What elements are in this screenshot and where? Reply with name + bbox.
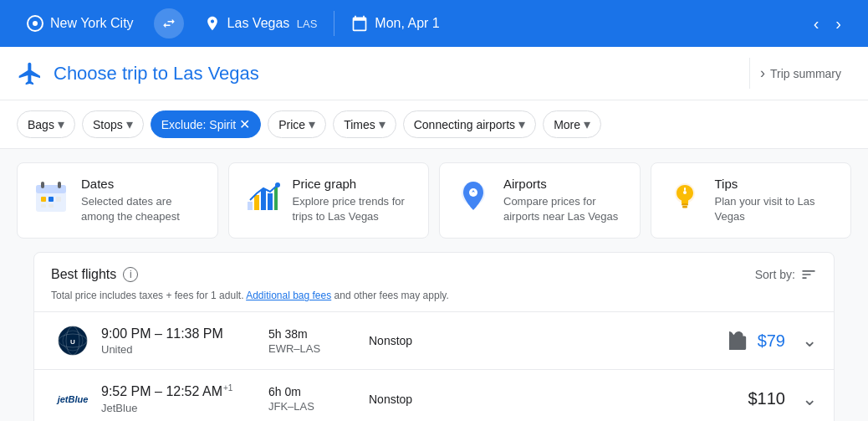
flight-time-range: 9:00 PM – 11:38 PM — [101, 326, 268, 341]
filter-bar: Bags ▾ Stops ▾ Exclude: Spirit ✕ Price ▾… — [0, 100, 868, 149]
airports-card-content: Airports Compare prices for airports nea… — [503, 177, 626, 224]
destination-field[interactable]: Las Vegas LAS — [191, 15, 331, 32]
swap-button[interactable] — [154, 8, 184, 39]
airports-card-title: Airports — [503, 177, 626, 191]
flight-airline: JetBlue — [101, 402, 268, 414]
jetblue-logo: jetBlue — [51, 394, 94, 404]
tips-card-title: Tips — [715, 177, 838, 191]
times-filter[interactable]: Times ▾ — [333, 110, 396, 138]
expand-button[interactable]: ⌄ — [802, 388, 817, 410]
expand-button[interactable]: ⌄ — [802, 330, 817, 352]
chevron-down-icon: ▾ — [584, 116, 590, 132]
svg-point-16 — [469, 188, 477, 197]
flight-price-section: $79 ⌄ — [729, 330, 817, 352]
sort-icon[interactable] — [800, 266, 817, 283]
svg-rect-13 — [274, 187, 278, 210]
connecting-airports-filter[interactable]: Connecting airports ▾ — [403, 110, 536, 138]
trip-summary-link[interactable]: › Trip summary — [749, 58, 851, 89]
date-field[interactable]: Mon, Apr 1 — [338, 15, 452, 32]
flight-times: 9:00 PM – 11:38 PM United — [101, 326, 268, 356]
chevron-down-icon: ▾ — [309, 116, 315, 132]
chevron-right-icon: › — [760, 64, 765, 82]
prev-arrow[interactable]: ‹ — [807, 11, 826, 37]
airports-card-desc: Compare prices for airports near Las Veg… — [503, 194, 626, 224]
close-icon[interactable]: ✕ — [239, 116, 250, 132]
svg-text:U: U — [70, 338, 75, 346]
bags-filter[interactable]: Bags ▾ — [17, 110, 75, 138]
svg-point-20 — [683, 191, 687, 194]
svg-rect-1 — [36, 185, 66, 193]
flight-row[interactable]: jetBlue 9:52 PM – 12:52 AM+1 JetBlue 6h … — [34, 369, 834, 421]
best-flights-header: Best flights i Sort by: — [34, 253, 834, 290]
more-filter[interactable]: More ▾ — [543, 110, 601, 138]
origin-text: New York City — [50, 16, 134, 31]
dates-card[interactable]: Dates Selected dates are among the cheap… — [17, 162, 218, 239]
flight-duration: 6h 0m JFK–LAS — [268, 385, 369, 413]
tips-card[interactable]: Tips Plan your visit to Las Vegas — [651, 162, 852, 239]
svg-rect-9 — [248, 202, 253, 210]
info-icon[interactable]: i — [123, 267, 138, 282]
flight-icon — [17, 60, 43, 87]
price-graph-card-desc: Explore price trends for trips to Las Ve… — [293, 194, 416, 224]
flight-airline: United — [101, 343, 268, 356]
next-arrow[interactable]: › — [829, 11, 848, 37]
page-title: Choose trip to Las Vegas — [54, 63, 259, 85]
price-graph-icon — [243, 177, 283, 217]
svg-rect-8 — [49, 204, 54, 208]
flight-price: $110 — [748, 389, 786, 408]
tips-card-content: Tips Plan your visit to Las Vegas — [715, 177, 838, 224]
exclude-spirit-filter[interactable]: Exclude: Spirit ✕ — [151, 110, 261, 138]
price-graph-card-content: Price graph Explore price trends for tri… — [293, 177, 416, 224]
chevron-down-icon: ▾ — [518, 116, 525, 132]
info-cards: Dates Selected dates are among the cheap… — [0, 149, 868, 252]
svg-rect-10 — [254, 195, 259, 210]
flight-route: EWR–LAS — [268, 342, 369, 355]
search-bar: New York City Las Vegas LAS Mon, Apr 1 — [13, 8, 800, 39]
svg-rect-3 — [58, 182, 61, 188]
stops-filter[interactable]: Stops ▾ — [82, 110, 144, 138]
flight-stops: Nonstop — [369, 334, 469, 347]
flight-time-range: 9:52 PM – 12:52 AM+1 — [101, 383, 268, 399]
tips-card-desc: Plan your visit to Las Vegas — [715, 194, 838, 224]
destination-text: Las Vegas LAS — [227, 16, 318, 31]
origin-field[interactable]: New York City — [13, 15, 147, 32]
united-logo: U — [51, 326, 94, 356]
airports-icon — [453, 177, 493, 217]
airports-card[interactable]: Airports Compare prices for airports nea… — [439, 162, 641, 239]
flight-times: 9:52 PM – 12:52 AM+1 JetBlue — [101, 383, 268, 413]
price-graph-card[interactable]: Price graph Explore price trends for tri… — [228, 162, 430, 239]
header: New York City Las Vegas LAS Mon, Apr 1 ‹ — [0, 0, 868, 47]
flight-route: JFK–LAS — [268, 400, 369, 413]
sub-header-left: Choose trip to Las Vegas — [17, 60, 749, 87]
svg-rect-4 — [41, 197, 46, 202]
chevron-down-icon: ▾ — [126, 116, 133, 132]
sub-header: Choose trip to Las Vegas › Trip summary — [0, 47, 868, 100]
svg-rect-2 — [41, 182, 44, 188]
chevron-down-icon: ▾ — [379, 116, 385, 132]
calendar-icon — [351, 15, 368, 32]
price-graph-card-title: Price graph — [293, 177, 416, 191]
flight-row[interactable]: U 9:00 PM – 11:38 PM United 5h 38m EWR–L… — [34, 311, 834, 369]
sort-by: Sort by: — [755, 266, 817, 283]
flight-duration: 5h 38m EWR–LAS — [268, 327, 369, 355]
dates-card-title: Dates — [81, 177, 204, 191]
dates-card-content: Dates Selected dates are among the cheap… — [81, 177, 204, 224]
price-filter[interactable]: Price ▾ — [268, 110, 326, 138]
svg-rect-12 — [268, 193, 273, 210]
flight-stops: Nonstop — [369, 393, 469, 406]
flight-price: $79 — [758, 331, 785, 351]
origin-icon — [27, 15, 43, 32]
best-flights-title: Best flights i — [51, 267, 138, 282]
flight-duration-time: 5h 38m — [268, 327, 369, 341]
dates-icon — [31, 177, 71, 217]
svg-point-14 — [275, 182, 280, 187]
flight-price-section: $110 ⌄ — [748, 388, 818, 410]
svg-rect-11 — [261, 190, 266, 210]
svg-rect-18 — [682, 203, 688, 206]
pin-icon — [204, 15, 221, 32]
best-flights-subtitle: Total price includes taxes + fees for 1 … — [34, 290, 834, 311]
bag-fees-link[interactable]: Additional bag fees — [246, 290, 331, 301]
svg-rect-19 — [682, 206, 687, 208]
tips-icon — [665, 177, 705, 217]
svg-rect-5 — [49, 197, 54, 202]
